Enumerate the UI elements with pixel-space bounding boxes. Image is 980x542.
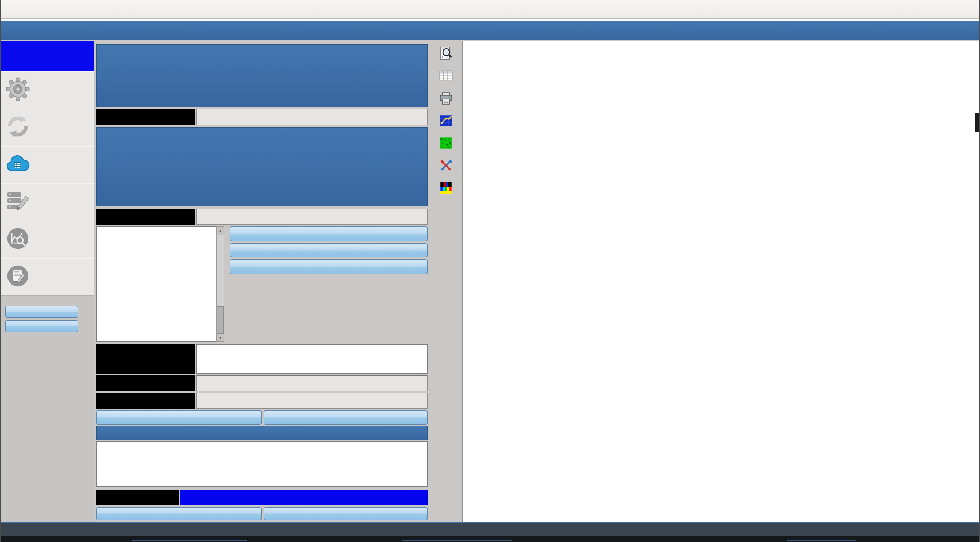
taskbar-entry <box>787 540 856 541</box>
solution-label <box>96 393 195 409</box>
instructions-banner <box>96 426 428 440</box>
edit-list-icon <box>4 190 32 215</box>
csv-tool-button[interactable] <box>430 68 462 86</box>
lims-import-panel: ▲ ▼ <box>95 41 430 522</box>
scrollbar-thumb[interactable] <box>217 306 224 334</box>
close-button[interactable] <box>944 0 964 18</box>
status-label <box>96 490 179 505</box>
zoom-tool-button[interactable] <box>430 46 462 63</box>
zoom-icon <box>439 53 454 63</box>
app-header-banner <box>0 21 980 40</box>
plot-toolbar <box>430 41 463 522</box>
comments-input[interactable] <box>196 344 428 374</box>
sidebar-item-editing[interactable] <box>1 183 94 221</box>
png-icon <box>439 143 454 152</box>
panel-help-button[interactable] <box>96 507 262 520</box>
define-reference-scans-button[interactable] <box>230 226 428 241</box>
plot-panel <box>463 41 979 522</box>
run-id-label <box>96 109 195 125</box>
analysis-icon <box>4 226 32 253</box>
config-icon <box>439 165 454 175</box>
svg-icon <box>439 120 454 130</box>
window-left-edge <box>0 0 1 542</box>
triples-list[interactable] <box>96 226 216 342</box>
triple-info-field[interactable] <box>196 375 428 391</box>
triple-info-label <box>96 375 195 391</box>
report-icon <box>4 264 32 290</box>
cmap-tool-button[interactable] <box>430 180 462 198</box>
exclude-scans-button[interactable] <box>96 410 262 425</box>
triples-scrollbar[interactable]: ▲ ▼ <box>216 226 224 342</box>
cloud-icon <box>4 152 32 178</box>
sidebar-section-manage-optima-runs[interactable] <box>1 41 94 71</box>
taskbar-entry <box>402 540 512 541</box>
solution-field[interactable] <box>196 393 428 409</box>
status-value <box>180 490 428 505</box>
app-statusbar <box>0 522 980 536</box>
gear-icon <box>4 77 32 103</box>
sidebar-help-button[interactable] <box>5 306 78 318</box>
run-information-banner <box>96 44 428 107</box>
print-tool-button[interactable] <box>430 91 462 108</box>
sidebar-item-report[interactable] <box>1 258 94 296</box>
sidebar-item-live-update[interactable] <box>1 109 94 147</box>
desktop-taskbar <box>0 536 980 542</box>
cell-channel-wavelength-banner <box>96 127 428 206</box>
sidebar-exit-button[interactable] <box>5 320 78 332</box>
undo-reference-scans-button[interactable] <box>230 243 428 257</box>
print-icon <box>439 98 454 107</box>
csv-icon <box>439 75 454 85</box>
window-titlebar[interactable] <box>0 0 980 19</box>
sidebar-item-analysis[interactable] <box>1 221 94 259</box>
png-tool-button[interactable] <box>430 136 462 153</box>
panel-save-button[interactable] <box>264 507 428 520</box>
run-id-field[interactable] <box>196 109 428 125</box>
absorbance-plot[interactable] <box>463 41 979 522</box>
sidebar <box>1 41 94 522</box>
comments-label <box>96 344 195 374</box>
description-label <box>96 209 195 225</box>
sidebar-item-experiment[interactable] <box>1 71 94 109</box>
config-tool-button[interactable] <box>430 158 462 175</box>
drop-selected-triples-button[interactable] <box>230 259 428 274</box>
refresh-icon <box>4 114 32 141</box>
scroll-up-icon[interactable]: ▲ <box>217 227 224 235</box>
svg-tool-button[interactable] <box>430 113 462 130</box>
scroll-down-icon[interactable]: ▼ <box>217 334 224 341</box>
cmap-icon <box>439 187 454 197</box>
instructions-box[interactable] <box>96 441 428 487</box>
sidebar-item-lims-import[interactable] <box>1 146 94 184</box>
taskbar-entry <box>132 540 247 541</box>
description-field[interactable] <box>196 209 428 225</box>
include-all-button[interactable] <box>264 410 428 425</box>
